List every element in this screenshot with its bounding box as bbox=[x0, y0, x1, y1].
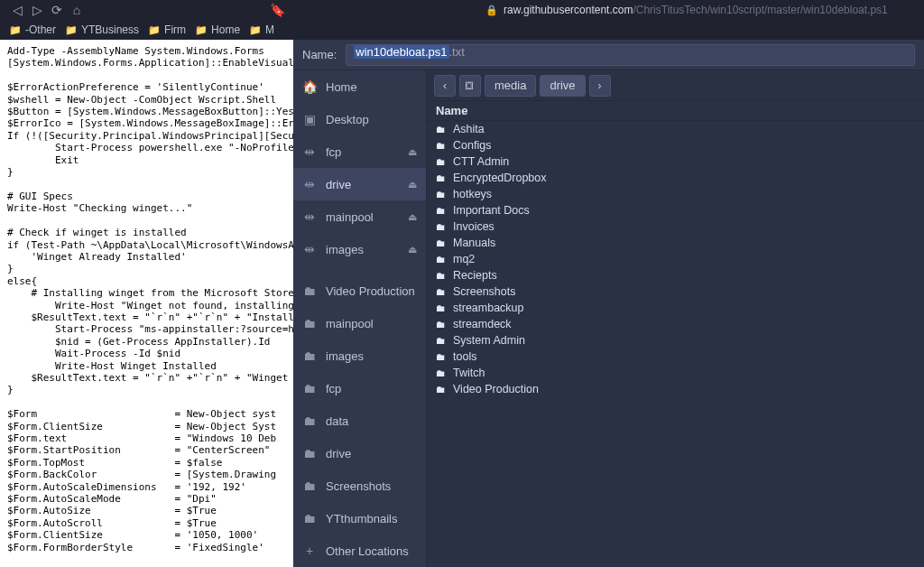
folder-name: tools bbox=[453, 350, 476, 363]
bookmark-folder[interactable]: 📁Home bbox=[195, 23, 240, 36]
folder-row[interactable]: 🖿Manuals bbox=[427, 235, 924, 251]
home-icon: 🏠 bbox=[302, 79, 317, 94]
sidebar-item-mainpool[interactable]: ⇹ mainpool ⏏ bbox=[293, 200, 426, 233]
folder-row[interactable]: 🖿Video Production bbox=[427, 381, 924, 397]
folder-row[interactable]: 🖿Ashita bbox=[427, 121, 924, 137]
folder-icon: 🖿 bbox=[436, 335, 446, 346]
sidebar-bookmark[interactable]: 🖿drive bbox=[293, 437, 426, 469]
breadcrumb-segment-active[interactable]: drive bbox=[540, 75, 585, 97]
bookmarks-bar: 📁-Other 📁YTBusiness 📁Firm 📁Home 📁M bbox=[0, 20, 924, 40]
filename-ext: .txt bbox=[449, 45, 465, 59]
sidebar-bookmark[interactable]: 🖿images bbox=[293, 339, 426, 372]
sidebar-bookmark[interactable]: 🖿data bbox=[293, 404, 426, 437]
breadcrumb-segment[interactable]: media bbox=[485, 75, 536, 97]
sidebar-item-drive[interactable]: ⇹ drive ⏏ bbox=[293, 168, 426, 200]
sidebar-bookmark[interactable]: 🖿YTthumbnails bbox=[293, 502, 426, 534]
browser-nav-bar: ◁ ▷ ⟳ ⌂ 🔖 🔒 raw.githubusercontent.com/Ch… bbox=[0, 0, 924, 20]
folder-name: streambackup bbox=[453, 302, 524, 314]
folder-name: Video Production bbox=[453, 383, 539, 395]
plus-icon: + bbox=[302, 544, 317, 558]
eject-icon[interactable]: ⏏ bbox=[408, 146, 417, 158]
url-bar[interactable]: 🔒 raw.githubusercontent.com/ChrisTitusTe… bbox=[485, 4, 917, 16]
folder-icon: 🖿 bbox=[436, 189, 446, 200]
folder-row[interactable]: 🖿streambackup bbox=[427, 300, 924, 316]
sidebar-other-locations[interactable]: + Other Locations bbox=[293, 534, 426, 567]
folder-name: Screenshots bbox=[453, 285, 515, 298]
bookmark-folder[interactable]: 📁YTBusiness bbox=[65, 23, 139, 36]
back-button[interactable]: ◁ bbox=[7, 1, 27, 19]
folder-icon: 🖿 bbox=[436, 205, 446, 216]
sidebar-bookmark[interactable]: 🖿Screenshots bbox=[293, 469, 426, 502]
folder-name: Configs bbox=[453, 139, 491, 152]
breadcrumb-drive-icon[interactable]: ⛋ bbox=[459, 75, 481, 97]
folder-icon: 📁 bbox=[195, 24, 208, 36]
folder-icon: 🖿 bbox=[302, 349, 317, 363]
bookmark-folder[interactable]: 📁M bbox=[249, 23, 274, 36]
desktop-icon: ▣ bbox=[302, 112, 317, 126]
folder-icon: 🖿 bbox=[302, 446, 317, 460]
sidebar-item-home[interactable]: 🏠 Home bbox=[293, 70, 426, 103]
eject-icon[interactable]: ⏏ bbox=[408, 211, 417, 223]
lock-icon: 🔒 bbox=[485, 5, 498, 16]
folder-row[interactable]: 🖿Invoices bbox=[427, 218, 924, 235]
sidebar-bookmark[interactable]: 🖿Video Production bbox=[293, 274, 426, 307]
folder-name: System Admin bbox=[453, 334, 525, 347]
folder-icon: 🖿 bbox=[436, 384, 446, 395]
breadcrumb-back[interactable]: ‹ bbox=[434, 75, 456, 97]
url-path: /ChrisTitusTech/win10script/master/win10… bbox=[633, 4, 887, 16]
folder-row[interactable]: 🖿streamdeck bbox=[427, 316, 924, 332]
folder-icon: 🖿 bbox=[436, 286, 446, 297]
bookmark-icon[interactable]: 🔖 bbox=[267, 1, 287, 19]
folder-icon: 🖿 bbox=[436, 172, 446, 183]
column-header-name[interactable]: Name bbox=[427, 101, 924, 121]
eject-icon[interactable]: ⏏ bbox=[408, 179, 417, 191]
folder-icon: 🖿 bbox=[436, 367, 446, 378]
filename-row: Name: win10debloat.ps1.txt bbox=[293, 40, 924, 70]
folder-icon: 🖿 bbox=[436, 302, 446, 313]
source-code-view[interactable]: Add-Type -AssemblyName System.Windows.Fo… bbox=[0, 40, 293, 567]
folder-row[interactable]: 🖿Screenshots bbox=[427, 284, 924, 300]
folder-row[interactable]: 🖿mq2 bbox=[427, 251, 924, 267]
sidebar-item-fcp[interactable]: ⇹ fcp ⏏ bbox=[293, 135, 426, 168]
sidebar-bookmark[interactable]: 🖿fcp bbox=[293, 372, 426, 404]
folder-icon: 📁 bbox=[148, 24, 161, 36]
sidebar-bookmark[interactable]: 🖿mainpool bbox=[293, 307, 426, 339]
file-list: 🖿Ashita🖿Configs🖿CTT Admin🖿EncryptedDropb… bbox=[427, 121, 924, 567]
folder-name: hotkeys bbox=[453, 188, 492, 200]
folder-name: Twitch bbox=[453, 367, 485, 379]
folder-row[interactable]: 🖿Twitch bbox=[427, 365, 924, 381]
folder-row[interactable]: 🖿System Admin bbox=[427, 332, 924, 349]
folder-row[interactable]: 🖿EncryptedDropbox bbox=[427, 170, 924, 186]
folder-row[interactable]: 🖿Configs bbox=[427, 137, 924, 153]
folder-name: Invoices bbox=[453, 220, 494, 233]
folder-icon: 🖿 bbox=[436, 351, 446, 362]
folder-icon: 🖿 bbox=[302, 381, 317, 395]
eject-icon[interactable]: ⏏ bbox=[408, 244, 417, 256]
folder-icon: 🖿 bbox=[436, 221, 446, 232]
folder-icon: 🖿 bbox=[436, 156, 446, 167]
folder-row[interactable]: 🖿hotkeys bbox=[427, 186, 924, 202]
bookmark-folder[interactable]: 📁Firm bbox=[148, 23, 186, 36]
folder-icon: 🖿 bbox=[436, 254, 446, 265]
folder-row[interactable]: 🖿CTT Admin bbox=[427, 153, 924, 170]
bookmark-folder[interactable]: 📁-Other bbox=[9, 23, 56, 36]
folder-name: Ashita bbox=[453, 123, 485, 135]
filename-main: win10debloat.ps1 bbox=[354, 45, 448, 59]
folder-row[interactable]: 🖿tools bbox=[427, 349, 924, 365]
name-label: Name: bbox=[302, 48, 337, 61]
sidebar-item-images[interactable]: ⇹ images ⏏ bbox=[293, 233, 426, 265]
folder-name: CTT Admin bbox=[453, 155, 509, 168]
folder-name: mq2 bbox=[453, 253, 475, 265]
reload-button[interactable]: ⟳ bbox=[47, 1, 67, 19]
breadcrumb-forward[interactable]: › bbox=[589, 75, 611, 97]
folder-name: Important Docs bbox=[453, 204, 530, 217]
forward-button[interactable]: ▷ bbox=[27, 1, 47, 19]
folder-name: Manuals bbox=[453, 237, 495, 249]
folder-row[interactable]: 🖿Reciepts bbox=[427, 267, 924, 284]
home-button[interactable]: ⌂ bbox=[67, 1, 87, 19]
sidebar-item-desktop[interactable]: ▣ Desktop bbox=[293, 103, 426, 135]
drive-icon: ⇹ bbox=[302, 242, 317, 256]
folder-icon: 🖿 bbox=[436, 270, 446, 281]
folder-row[interactable]: 🖿Important Docs bbox=[427, 202, 924, 218]
filename-input[interactable]: win10debloat.ps1.txt bbox=[346, 44, 915, 66]
